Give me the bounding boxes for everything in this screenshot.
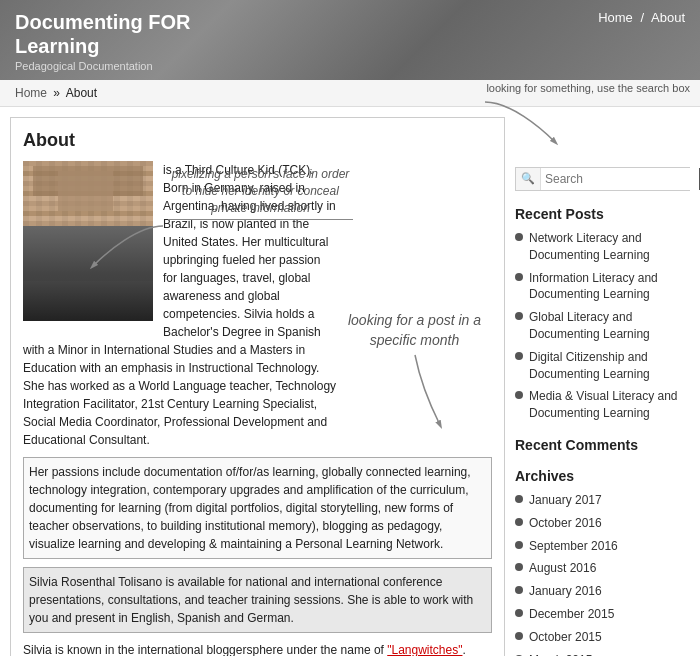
site-title: Documenting FOR Learning <box>15 10 685 58</box>
post-link[interactable]: Digital Citizenship and Documenting Lear… <box>529 349 690 383</box>
bullet-icon <box>515 233 523 241</box>
search-hint-area: looking for something, use the search bo… <box>515 117 690 162</box>
bullet-icon <box>515 312 523 320</box>
list-item: December 2015 <box>515 606 690 623</box>
list-item: Network Literacy and Documenting Learnin… <box>515 230 690 264</box>
archive-link[interactable]: October 2016 <box>529 515 602 532</box>
recent-comments-section: Recent Comments <box>515 437 690 453</box>
search-hint-label: looking for something, use the search bo… <box>355 82 690 94</box>
bullet-icon <box>515 273 523 281</box>
post-link[interactable]: Media & Visual Literacy and Documenting … <box>529 388 690 422</box>
bloggersphere-paragraph: Silvia is known in the international blo… <box>23 641 492 656</box>
bullet-icon <box>515 586 523 594</box>
archives-title: Archives <box>515 468 690 484</box>
search-area: 🔍 Search <box>515 167 690 191</box>
breadcrumb-home-link[interactable]: Home <box>15 86 47 100</box>
list-item: March 2015 <box>515 652 690 656</box>
annotation-text: pixelizing a person's face in order to h… <box>168 166 353 220</box>
langwitches-link[interactable]: "Langwitches" <box>387 643 462 656</box>
bullet-icon <box>515 352 523 360</box>
archive-link[interactable]: December 2015 <box>529 606 614 623</box>
archive-link[interactable]: January 2017 <box>529 492 602 509</box>
bullet-icon <box>515 541 523 549</box>
recent-posts-section: Recent Posts Network Literacy and Docume… <box>515 206 690 422</box>
list-item: September 2016 <box>515 538 690 555</box>
month-annotation: looking for a post in a specific month <box>337 311 492 434</box>
archive-link[interactable]: September 2016 <box>529 538 618 555</box>
header-home-link[interactable]: Home <box>598 10 633 25</box>
list-item: January 2017 <box>515 492 690 509</box>
archive-link[interactable]: October 2015 <box>529 629 602 646</box>
site-header: Documenting FOR Learning Pedagogical Doc… <box>0 0 700 80</box>
search-box-wrapper: 🔍 Search <box>515 167 690 191</box>
list-item: Global Literacy and Documenting Learning <box>515 309 690 343</box>
list-item: Media & Visual Literacy and Documenting … <box>515 388 690 422</box>
list-item: January 2016 <box>515 583 690 600</box>
about-content: pixelizing a person's face in order to h… <box>23 161 492 656</box>
post-link[interactable]: Global Literacy and Documenting Learning <box>529 309 690 343</box>
breadcrumb-current: About <box>66 86 97 100</box>
bullet-icon <box>515 518 523 526</box>
search-icon: 🔍 <box>516 168 541 190</box>
archives-section: Archives January 2017 October 2016 Septe… <box>515 468 690 656</box>
post-link[interactable]: Information Literacy and Documenting Lea… <box>529 270 690 304</box>
list-item: Digital Citizenship and Documenting Lear… <box>515 349 690 383</box>
annotation-arrow <box>88 221 168 271</box>
about-section: About <box>10 117 505 656</box>
post-link[interactable]: Network Literacy and Documenting Learnin… <box>529 230 690 264</box>
bullet-icon <box>515 391 523 399</box>
recent-comments-title: Recent Comments <box>515 437 690 453</box>
list-item: Information Literacy and Documenting Lea… <box>515 270 690 304</box>
search-hint-arrow <box>480 97 560 147</box>
search-input[interactable] <box>541 168 699 190</box>
archives-list: January 2017 October 2016 September 2016… <box>515 492 690 656</box>
bullet-icon <box>515 563 523 571</box>
about-title: About <box>23 130 492 151</box>
header-about-link[interactable]: About <box>651 10 685 25</box>
list-item: October 2015 <box>515 629 690 646</box>
header-nav: Home / About <box>598 10 685 25</box>
header-nav-sep: / <box>640 10 644 25</box>
recent-posts-list: Network Literacy and Documenting Learnin… <box>515 230 690 422</box>
archive-link[interactable]: January 2016 <box>529 583 602 600</box>
list-item: August 2016 <box>515 560 690 577</box>
month-annotation-text: looking for a post in a specific month <box>337 311 492 350</box>
site-subtitle: Pedagogical Documentation <box>15 60 685 72</box>
bullet-icon <box>515 609 523 617</box>
archive-link[interactable]: March 2015 <box>529 652 592 656</box>
month-arrow <box>385 350 445 430</box>
archive-link[interactable]: August 2016 <box>529 560 596 577</box>
recent-posts-title: Recent Posts <box>515 206 690 222</box>
bullet-icon <box>515 632 523 640</box>
content-area: About <box>10 117 505 656</box>
pixelize-annotation: pixelizing a person's face in order to h… <box>168 166 353 220</box>
sidebar: looking for something, use the search bo… <box>515 117 690 656</box>
main-wrapper: About <box>0 107 700 656</box>
available-paragraph: Silvia Rosenthal Tolisano is available f… <box>23 567 492 633</box>
breadcrumb-sep: » <box>53 86 60 100</box>
passions-paragraph: Her passions include documentation of/fo… <box>23 457 492 559</box>
bullet-icon <box>515 495 523 503</box>
list-item: October 2016 <box>515 515 690 532</box>
